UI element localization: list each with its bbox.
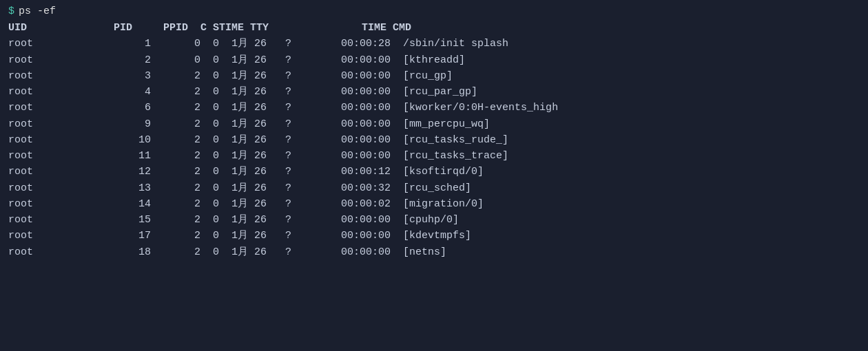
table-row: root 17 2 0 1月 26 ? 00:00:00 [kdevtmpfs] — [8, 228, 860, 244]
prompt-symbol: $ — [8, 6, 14, 17]
table-row: root 2 0 0 1月 26 ? 00:00:00 [kthreadd] — [8, 52, 860, 68]
table-row: root 6 2 0 1月 26 ? 00:00:00 [kworker/0:0… — [8, 100, 860, 116]
table-row: root 4 2 0 1月 26 ? 00:00:00 [rcu_par_gp] — [8, 84, 860, 100]
prompt-line: $ ps -ef — [8, 6, 860, 17]
table-row: root 15 2 0 1月 26 ? 00:00:00 [cpuhp/0] — [8, 212, 860, 228]
table-row: root 12 2 0 1月 26 ? 00:00:12 [ksoftirqd/… — [8, 164, 860, 180]
prompt-command: ps -ef — [19, 6, 56, 17]
table-row: root 13 2 0 1月 26 ? 00:00:32 [rcu_sched] — [8, 180, 860, 196]
table-row: root 1 0 0 1月 26 ? 00:00:28 /sbin/init s… — [8, 36, 860, 52]
table-row: root 11 2 0 1月 26 ? 00:00:00 [rcu_tasks_… — [8, 148, 860, 164]
table-row: root 9 2 0 1月 26 ? 00:00:00 [mm_percpu_w… — [8, 116, 860, 132]
table-header: UID PID PPID C STIME TTY TIME CMD — [8, 20, 860, 36]
table-row: root 14 2 0 1月 26 ? 00:00:02 [migration/… — [8, 196, 860, 212]
table-row: root 18 2 0 1月 26 ? 00:00:00 [netns] — [8, 244, 860, 260]
process-table: root 1 0 0 1月 26 ? 00:00:28 /sbin/init s… — [8, 36, 860, 260]
terminal-window: $ ps -ef UID PID PPID C STIME TTY TIME C… — [0, 0, 868, 351]
table-row: root 10 2 0 1月 26 ? 00:00:00 [rcu_tasks_… — [8, 132, 860, 148]
table-row: root 3 2 0 1月 26 ? 00:00:00 [rcu_gp] — [8, 68, 860, 84]
